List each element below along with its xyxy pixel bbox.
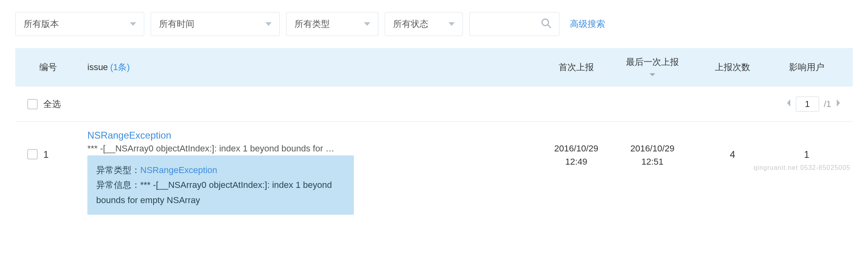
svg-point-0 (542, 19, 549, 25)
tooltip-type-value: NSRangeException (140, 165, 217, 175)
svg-line-1 (548, 24, 551, 28)
filter-type-label: 所有类型 (295, 18, 330, 30)
row-affected-users: 1 (773, 130, 841, 160)
exception-message: *** -[__NSArray0 objectAtIndex:]: index … (87, 143, 336, 154)
filters-row: 所有版本 所有时间 所有类型 所有状态 (15, 12, 853, 36)
th-first-report[interactable]: 首次上报 (559, 62, 594, 72)
row-report-count: 4 (692, 130, 773, 160)
table-row: 1 NSRangeException *** -[__NSArray0 obje… (15, 122, 853, 215)
filter-version-label: 所有版本 (24, 18, 59, 30)
filter-version[interactable]: 所有版本 (15, 12, 144, 36)
row-last-report: 2016/10/29 12:51 (612, 130, 692, 168)
chevron-down-icon (612, 70, 692, 79)
filter-time-label: 所有时间 (159, 18, 194, 30)
search-icon (541, 18, 552, 31)
chevron-down-icon (448, 20, 455, 29)
filter-type[interactable]: 所有类型 (286, 12, 378, 36)
select-all-checkbox[interactable] (27, 99, 38, 109)
advanced-search-link[interactable]: 高级搜索 (570, 18, 605, 30)
tooltip-type-label: 异常类型： (96, 165, 140, 175)
page-next-button[interactable] (836, 99, 841, 109)
page-total: /1 (824, 99, 831, 109)
filter-status-label: 所有状态 (393, 18, 428, 30)
search-input[interactable] (469, 12, 559, 36)
chevron-down-icon (265, 20, 272, 29)
th-affected-users[interactable]: 影响用户 (789, 62, 824, 72)
th-id: 编号 (39, 62, 57, 72)
chevron-down-icon (363, 20, 371, 29)
tooltip-info-label: 异常信息： (96, 180, 140, 190)
page-prev-button[interactable] (786, 99, 791, 109)
watermark: qingruanit.net 0532-85025005 (753, 164, 850, 171)
page-input[interactable] (796, 97, 819, 112)
filter-time[interactable]: 所有时间 (151, 12, 280, 36)
exception-tooltip: 异常类型：NSRangeException 异常信息：*** -[__NSArr… (87, 155, 354, 215)
exception-title-link[interactable]: NSRangeException (87, 130, 540, 141)
pagination: /1 (786, 97, 841, 112)
th-last-report[interactable]: 最后一次上报 (626, 57, 679, 67)
th-issue-label: issue (87, 62, 108, 72)
th-report-count[interactable]: 上报次数 (715, 62, 750, 72)
select-all-label: 全选 (43, 98, 61, 110)
table-header: 编号 issue (1条) 首次上报 最后一次上报 上报次数 影响用户 (15, 48, 853, 87)
selection-row: 全选 /1 (15, 87, 853, 122)
chevron-down-icon (129, 20, 137, 29)
th-issue-count: (1条) (110, 62, 130, 72)
row-first-report: 2016/10/29 12:49 (540, 130, 612, 168)
row-checkbox[interactable] (27, 149, 38, 159)
row-number: 1 (43, 130, 87, 160)
filter-status[interactable]: 所有状态 (385, 12, 463, 36)
